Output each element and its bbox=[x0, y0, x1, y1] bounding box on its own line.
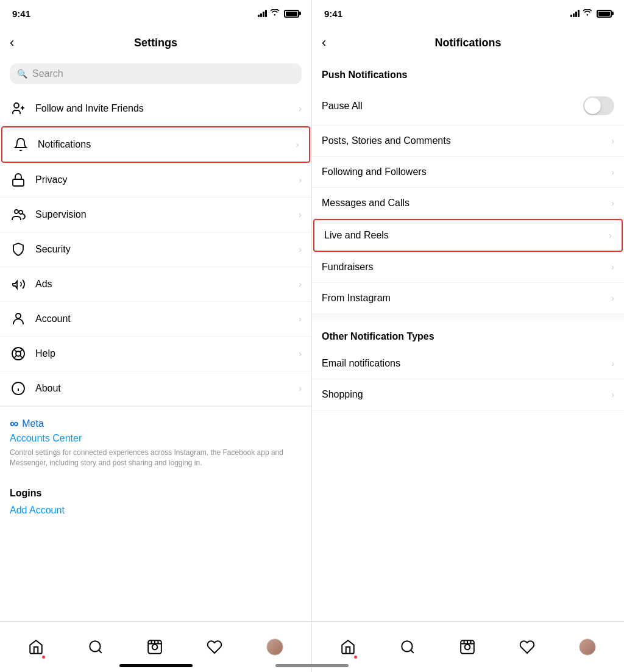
pause-all-toggle[interactable] bbox=[583, 96, 614, 115]
messages-chevron: › bbox=[611, 198, 614, 208]
settings-item-security[interactable]: Security › bbox=[0, 232, 311, 267]
security-chevron: › bbox=[299, 245, 302, 254]
nav-home[interactable] bbox=[28, 639, 44, 655]
search-bar[interactable]: 🔍 Search bbox=[10, 63, 302, 84]
meta-section: ∞ Meta Accounts Center Control settings … bbox=[0, 406, 311, 481]
notif-item-email[interactable]: Email notifications › bbox=[312, 348, 624, 379]
right-status-icons bbox=[570, 8, 612, 19]
following-label: Following and Followers bbox=[322, 166, 611, 177]
home-icon bbox=[28, 639, 44, 655]
svg-point-27 bbox=[465, 645, 470, 650]
notif-item-fundraisers[interactable]: Fundraisers › bbox=[312, 252, 624, 283]
settings-item-account[interactable]: Account › bbox=[0, 302, 311, 337]
from-instagram-chevron: › bbox=[611, 293, 614, 303]
nav-heart[interactable] bbox=[207, 639, 222, 655]
toggle-thumb bbox=[584, 98, 601, 114]
right-nav-heart[interactable] bbox=[519, 639, 535, 655]
settings-item-notifications[interactable]: Notifications › bbox=[1, 126, 310, 163]
right-signal-icon bbox=[570, 10, 580, 17]
right-nav-profile[interactable] bbox=[579, 638, 596, 656]
settings-item-help[interactable]: Help › bbox=[0, 337, 311, 371]
other-notifications-title: Other Notification Types bbox=[312, 320, 624, 348]
notif-item-shopping[interactable]: Shopping › bbox=[312, 379, 624, 410]
nav-reels[interactable] bbox=[147, 639, 163, 655]
right-page-title: Notifications bbox=[434, 37, 501, 49]
add-account-link[interactable]: Add Account bbox=[10, 505, 302, 516]
nav-search[interactable] bbox=[88, 639, 104, 655]
left-back-button[interactable]: ‹ bbox=[10, 36, 14, 49]
left-page-title: Settings bbox=[134, 37, 177, 49]
notif-item-from-instagram[interactable]: From Instagram › bbox=[312, 283, 624, 314]
right-home-bar bbox=[275, 664, 349, 667]
shopping-chevron: › bbox=[611, 390, 614, 399]
right-bottom-nav bbox=[312, 621, 624, 672]
svg-rect-3 bbox=[13, 179, 24, 186]
about-label: About bbox=[35, 383, 299, 394]
push-notifications-title: Push Notifications bbox=[312, 59, 624, 87]
megaphone-icon bbox=[10, 276, 27, 293]
person-icon bbox=[10, 310, 27, 327]
pause-all-label: Pause All bbox=[322, 101, 363, 112]
following-chevron: › bbox=[611, 167, 614, 177]
search-nav-icon bbox=[88, 639, 104, 655]
profile-avatar bbox=[266, 638, 283, 656]
right-home-notification-dot bbox=[354, 656, 357, 659]
left-home-bar bbox=[119, 664, 193, 667]
right-home-icon bbox=[340, 639, 356, 655]
right-nav-reels[interactable] bbox=[459, 639, 475, 655]
svg-point-19 bbox=[152, 645, 158, 650]
left-battery-icon bbox=[284, 10, 299, 18]
notif-item-messages[interactable]: Messages and Calls › bbox=[312, 188, 624, 219]
settings-item-privacy[interactable]: Privacy › bbox=[0, 163, 311, 198]
nav-profile[interactable] bbox=[266, 638, 283, 656]
live-reels-chevron: › bbox=[609, 231, 612, 240]
notifications-content: Push Notifications Pause All Posts, Stor… bbox=[312, 59, 624, 621]
settings-item-follow[interactable]: Follow and Invite Friends › bbox=[0, 91, 311, 126]
right-time: 9:41 bbox=[324, 9, 342, 19]
right-status-bar: 9:41 bbox=[312, 0, 624, 27]
left-status-bar: 9:41 bbox=[0, 0, 311, 27]
svg-point-8 bbox=[16, 351, 21, 356]
svg-line-11 bbox=[20, 349, 23, 352]
right-header: ‹ Notifications bbox=[312, 27, 624, 59]
settings-list: Follow and Invite Friends › Notification… bbox=[0, 91, 311, 621]
security-label: Security bbox=[35, 244, 299, 255]
svg-line-9 bbox=[14, 349, 16, 352]
notifications-chevron: › bbox=[296, 140, 299, 149]
svg-point-0 bbox=[14, 103, 19, 108]
lock-icon bbox=[10, 171, 27, 188]
info-icon bbox=[10, 380, 27, 397]
svg-point-4 bbox=[15, 210, 18, 213]
supervision-label: Supervision bbox=[35, 209, 299, 220]
svg-point-24 bbox=[402, 641, 412, 651]
notif-item-posts[interactable]: Posts, Stories and Comments › bbox=[312, 126, 624, 157]
search-icon: 🔍 bbox=[17, 69, 27, 79]
email-chevron: › bbox=[611, 359, 614, 368]
right-heart-icon bbox=[519, 639, 535, 655]
ads-label: Ads bbox=[35, 279, 299, 290]
meta-logo: ∞ Meta bbox=[10, 416, 302, 431]
search-input-placeholder: Search bbox=[32, 68, 63, 79]
meta-description: Control settings for connected experienc… bbox=[10, 448, 302, 468]
svg-line-12 bbox=[14, 356, 16, 358]
notifications-label: Notifications bbox=[38, 139, 296, 150]
notif-item-following[interactable]: Following and Followers › bbox=[312, 157, 624, 188]
supervision-chevron: › bbox=[299, 210, 302, 220]
settings-item-ads[interactable]: Ads › bbox=[0, 267, 311, 302]
right-back-button[interactable]: ‹ bbox=[322, 36, 326, 49]
right-nav-home[interactable] bbox=[340, 639, 356, 655]
privacy-chevron: › bbox=[299, 175, 302, 185]
svg-line-17 bbox=[99, 650, 102, 653]
accounts-center-link[interactable]: Accounts Center bbox=[10, 433, 302, 444]
shopping-label: Shopping bbox=[322, 389, 611, 400]
settings-item-supervision[interactable]: Supervision › bbox=[0, 198, 311, 232]
left-signal-icon bbox=[258, 10, 267, 17]
right-nav-search[interactable] bbox=[400, 639, 416, 655]
settings-item-about[interactable]: About › bbox=[0, 371, 311, 406]
right-battery-icon bbox=[597, 10, 612, 18]
privacy-label: Privacy bbox=[35, 174, 299, 185]
pause-all-row: Pause All bbox=[312, 87, 624, 126]
follow-chevron: › bbox=[299, 104, 302, 113]
notif-item-live-reels[interactable]: Live and Reels › bbox=[313, 219, 623, 252]
left-header: ‹ Settings bbox=[0, 27, 311, 59]
